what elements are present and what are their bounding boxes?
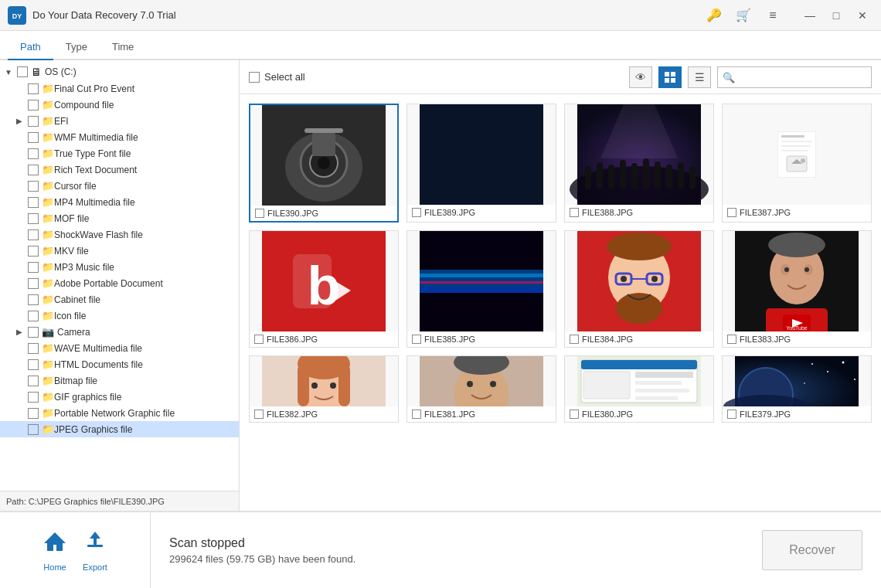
tab-type[interactable]: Type — [53, 35, 100, 60]
key-icon[interactable]: 🔑 — [703, 5, 725, 26]
item-checkbox[interactable] — [28, 376, 39, 386]
tree-container[interactable]: ▼ 🖥 OS (C:) 📁 Final Cut Pro Event 📁 Comp… — [0, 60, 239, 491]
list-item[interactable]: ▶ 📷 Camera — [0, 324, 239, 340]
grid-cell-file389[interactable]: FILE389.JPG — [406, 104, 556, 223]
list-item[interactable]: 📁 Rich Text Document — [0, 161, 239, 178]
cell-checkbox-file388[interactable] — [570, 208, 579, 217]
cart-icon[interactable]: 🛒 — [733, 5, 754, 26]
grid-cell-file388[interactable]: FILE388.JPG — [564, 104, 714, 223]
item-expand[interactable]: ▶ — [14, 116, 25, 127]
item-checkbox[interactable] — [28, 359, 39, 370]
list-item[interactable]: 📁 GIF graphics file — [0, 389, 239, 405]
list-item[interactable]: 📁 MOF file — [0, 210, 239, 226]
cell-checkbox-file381[interactable] — [412, 410, 421, 419]
cell-checkbox-file382[interactable] — [254, 410, 264, 419]
cell-checkbox-file387[interactable] — [727, 208, 736, 217]
maximize-button[interactable]: □ — [825, 7, 847, 24]
file-grid[interactable]: FILE390.JPG FILE389.JPG — [240, 94, 881, 511]
item-checkbox[interactable] — [28, 213, 39, 224]
item-checkbox[interactable] — [28, 392, 39, 403]
minimize-button[interactable]: — — [799, 7, 821, 24]
grid-cell-file379[interactable]: FILE379.JPG — [722, 355, 872, 423]
item-checkbox[interactable] — [28, 132, 39, 143]
list-item[interactable]: ▶ 📁 EFI — [0, 113, 239, 129]
svg-rect-13 — [420, 104, 543, 205]
svg-point-89 — [854, 379, 855, 380]
list-item[interactable]: 📁 Icon file — [0, 308, 239, 324]
list-item[interactable]: 📁 WAVE Multimedia file — [0, 340, 239, 356]
list-item[interactable]: 📁 JPEG Graphics file — [0, 421, 239, 437]
svg-rect-22 — [655, 161, 661, 189]
list-item[interactable]: 📁 Bitmap file — [0, 372, 239, 389]
grid-cell-file387[interactable]: FILE387.JPG — [722, 104, 872, 223]
item-checkbox[interactable] — [28, 165, 39, 175]
list-item[interactable]: 📁 ShockWave Flash file — [0, 226, 239, 243]
list-item[interactable]: 📁 Adobe Portable Document — [0, 275, 239, 291]
list-item[interactable]: 📁 WMF Multimedia file — [0, 129, 239, 145]
list-item[interactable]: 📁 True Type Font file — [0, 145, 239, 161]
root-expand[interactable]: ▼ — [3, 66, 14, 77]
item-checkbox[interactable] — [28, 327, 39, 338]
cell-checkbox-file383[interactable] — [727, 335, 736, 344]
tab-path[interactable]: Path — [8, 35, 53, 60]
grid-cell-file382[interactable]: FILE382.JPG — [249, 355, 399, 423]
item-checkbox[interactable] — [28, 294, 39, 305]
item-checkbox[interactable] — [28, 311, 39, 321]
list-item[interactable]: 📁 HTML Documents file — [0, 356, 239, 372]
list-item[interactable]: 📁 MP4 Multimedia file — [0, 194, 239, 210]
item-checkbox[interactable] — [28, 116, 39, 127]
home-button[interactable]: Home — [43, 529, 67, 572]
thumb-file383: YouTube — [723, 231, 871, 331]
list-item[interactable]: 📁 Cabinet file — [0, 291, 239, 308]
item-checkbox[interactable] — [28, 83, 39, 94]
list-item[interactable]: 📁 MP3 Music file — [0, 259, 239, 275]
grid-cell-file390[interactable]: FILE390.JPG — [249, 104, 399, 223]
item-checkbox[interactable] — [28, 343, 39, 354]
item-checkbox[interactable] — [28, 262, 39, 273]
view-list-button[interactable]: ☰ — [688, 66, 711, 88]
item-checkbox[interactable] — [28, 181, 39, 192]
cell-checkbox-file379[interactable] — [727, 410, 736, 419]
cell-checkbox-file385[interactable] — [412, 335, 421, 344]
list-item[interactable]: 📁 Final Cut Pro Event — [0, 80, 239, 97]
tab-time[interactable]: Time — [100, 35, 146, 60]
select-all[interactable]: Select all — [249, 71, 305, 83]
search-input[interactable] — [717, 66, 872, 88]
list-item[interactable]: 📁 Cursor file — [0, 178, 239, 194]
item-checkbox[interactable] — [28, 148, 39, 159]
cell-checkbox-file384[interactable] — [570, 335, 579, 344]
grid-cell-file384[interactable]: FILE384.JPG — [564, 230, 714, 348]
export-button[interactable]: Export — [83, 529, 107, 572]
item-checkbox[interactable] — [28, 197, 39, 208]
recover-button[interactable]: Recover — [762, 530, 862, 570]
item-checkbox[interactable] — [28, 278, 39, 289]
cell-label-file387: FILE387.JPG — [723, 205, 871, 220]
item-checkbox[interactable] — [28, 246, 39, 257]
item-checkbox[interactable] — [28, 229, 39, 240]
grid-cell-file383[interactable]: YouTube FILE383.JPG — [722, 230, 872, 348]
grid-cell-file385[interactable]: FILE385.JPG — [406, 230, 556, 348]
grid-cell-file380[interactable]: FILE380.JPG — [564, 355, 714, 423]
item-checkbox[interactable] — [28, 408, 39, 419]
cell-checkbox-file389[interactable] — [412, 208, 421, 217]
select-all-checkbox[interactable] — [249, 72, 260, 83]
svg-rect-28 — [781, 135, 804, 138]
root-checkbox[interactable] — [17, 66, 28, 77]
bottom-status: Scan stopped 299624 files (59.75 GB) hav… — [151, 536, 743, 565]
view-preview-button[interactable]: 👁 — [629, 66, 652, 88]
tree-root[interactable]: ▼ 🖥 OS (C:) — [0, 63, 239, 80]
menu-icon[interactable]: ≡ — [762, 5, 784, 26]
list-item[interactable]: 📁 MKV file — [0, 243, 239, 259]
view-grid-button[interactable] — [658, 66, 682, 88]
cell-checkbox-file386[interactable] — [254, 335, 264, 344]
list-item[interactable]: 📁 Portable Network Graphic file — [0, 405, 239, 421]
item-checkbox[interactable] — [28, 100, 39, 110]
grid-cell-file386[interactable]: b FILE386.JPG — [249, 230, 399, 348]
item-expand[interactable]: ▶ — [14, 327, 25, 338]
cell-checkbox-file390[interactable] — [255, 209, 264, 218]
grid-cell-file381[interactable]: FILE381.JPG — [406, 355, 556, 423]
item-checkbox[interactable] — [28, 424, 39, 435]
cell-checkbox-file380[interactable] — [570, 410, 579, 419]
list-item[interactable]: 📁 Compound file — [0, 97, 239, 113]
close-button[interactable]: ✕ — [852, 7, 873, 24]
